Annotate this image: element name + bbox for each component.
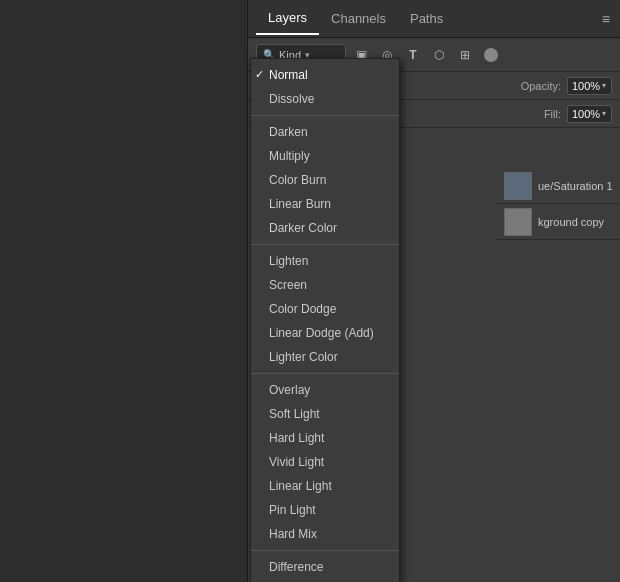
filter-smart-icon[interactable]: ⊞ — [454, 44, 476, 66]
opacity-value-text: 100% — [572, 80, 600, 92]
menu-item-soft-light[interactable]: Soft Light — [251, 402, 399, 426]
menu-separator — [251, 244, 399, 245]
color-dot — [484, 48, 498, 62]
layer-name-1: ue/Saturation 1 — [538, 180, 620, 192]
menu-item-normal[interactable]: Normal — [251, 63, 399, 87]
menu-item-difference[interactable]: Difference — [251, 555, 399, 579]
menu-item-dissolve[interactable]: Dissolve — [251, 87, 399, 111]
menu-item-linear-dodge[interactable]: Linear Dodge (Add) — [251, 321, 399, 345]
left-sidebar — [0, 0, 248, 582]
menu-separator — [251, 373, 399, 374]
menu-item-linear-light[interactable]: Linear Light — [251, 474, 399, 498]
menu-item-multiply[interactable]: Multiply — [251, 144, 399, 168]
opacity-input[interactable]: 100% ▾ — [567, 77, 612, 95]
menu-item-linear-burn[interactable]: Linear Burn — [251, 192, 399, 216]
menu-item-lighter-color[interactable]: Lighter Color — [251, 345, 399, 369]
tabs-row: Layers Channels Paths ≡ — [248, 0, 620, 38]
layer-thumb-2 — [504, 208, 532, 236]
menu-item-darken[interactable]: Darken — [251, 120, 399, 144]
menu-item-lighten[interactable]: Lighten — [251, 249, 399, 273]
menu-item-vivid-light[interactable]: Vivid Light — [251, 450, 399, 474]
layer-item-1[interactable]: ue/Saturation 1 — [496, 168, 620, 204]
menu-item-pin-light[interactable]: Pin Light — [251, 498, 399, 522]
menu-item-screen[interactable]: Screen — [251, 273, 399, 297]
filter-shape-icon[interactable]: ⬡ — [428, 44, 450, 66]
filter-color-icon[interactable] — [480, 44, 502, 66]
fill-input[interactable]: 100% ▾ — [567, 105, 612, 123]
fill-label: Fill: — [544, 108, 561, 120]
blend-mode-dropdown: NormalDissolveDarkenMultiplyColor BurnLi… — [250, 58, 400, 582]
opacity-arrow-icon: ▾ — [602, 81, 606, 90]
tab-layers[interactable]: Layers — [256, 2, 319, 35]
fill-arrow-icon: ▾ — [602, 109, 606, 118]
menu-item-overlay[interactable]: Overlay — [251, 378, 399, 402]
menu-separator — [251, 550, 399, 551]
menu-item-hard-mix[interactable]: Hard Mix — [251, 522, 399, 546]
menu-separator — [251, 115, 399, 116]
filter-type-icon[interactable]: T — [402, 44, 424, 66]
menu-item-color-burn[interactable]: Color Burn — [251, 168, 399, 192]
layer-name-2: kground copy — [538, 216, 620, 228]
layer-list: ue/Saturation 1 kground copy 🔒 — [496, 168, 620, 240]
menu-item-hard-light[interactable]: Hard Light — [251, 426, 399, 450]
panel-menu-icon[interactable]: ≡ — [602, 11, 610, 27]
layer-item-2[interactable]: kground copy 🔒 — [496, 204, 620, 240]
menu-item-color-dodge[interactable]: Color Dodge — [251, 297, 399, 321]
opacity-label: Opacity: — [521, 80, 561, 92]
menu-item-darker-color[interactable]: Darker Color — [251, 216, 399, 240]
layer-thumb-1 — [504, 172, 532, 200]
fill-value-text: 100% — [572, 108, 600, 120]
tab-paths[interactable]: Paths — [398, 3, 455, 34]
tab-channels[interactable]: Channels — [319, 3, 398, 34]
